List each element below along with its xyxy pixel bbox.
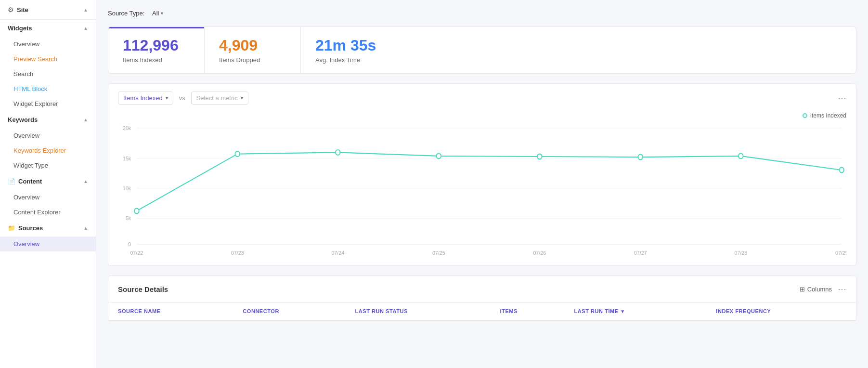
site-chevron-icon: ▲ — [83, 7, 88, 13]
svg-text:07/29: 07/29 — [835, 250, 846, 256]
svg-point-10 — [134, 209, 139, 214]
columns-label: Columns — [807, 286, 832, 293]
sources-chevron-icon: ▲ — [83, 225, 88, 231]
stat-avg-index-time[interactable]: 21m 35s Avg. Index Time — [301, 27, 397, 73]
dropdown-arrow-icon: ▾ — [161, 11, 163, 16]
sidebar-item-keywords-explorer[interactable]: Keywords Explorer — [0, 143, 96, 158]
sidebar-item-content-explorer[interactable]: Content Explorer — [0, 205, 96, 220]
svg-text:0: 0 — [128, 241, 131, 248]
svg-text:07/27: 07/27 — [634, 250, 647, 256]
source-details-title: Source Details — [118, 285, 168, 293]
svg-point-14 — [537, 154, 542, 159]
chart-section: Items Indexed ▾ vs Select a metric ▾ ⋯ I… — [108, 83, 856, 266]
col-items[interactable]: ITEMS — [491, 302, 565, 320]
metric2-dropdown[interactable]: Select a metric ▾ — [191, 92, 248, 105]
content-icon: 📄 — [8, 178, 15, 185]
col-index-frequency[interactable]: INDEX FREQUENCY — [706, 302, 856, 320]
chart-svg: 20k 15k 10k 5k 0 — [118, 123, 846, 258]
widgets-chevron-icon: ▲ — [83, 26, 88, 31]
stat-items-indexed[interactable]: 112,996 Items Indexed — [108, 27, 205, 73]
stats-row: 112,996 Items Indexed 4,909 Items Droppe… — [108, 26, 856, 74]
sidebar-section-keywords[interactable]: Keywords ▲ — [0, 111, 96, 128]
stat-label-dropped: Items Dropped — [219, 56, 286, 64]
stat-items-dropped[interactable]: 4,909 Items Dropped — [205, 27, 301, 73]
filter-label: Source Type: — [108, 10, 146, 17]
source-details: Source Details ⊞ Columns ⋯ SOURCE NAME C… — [108, 276, 856, 321]
content-section-label: Content — [18, 178, 42, 185]
source-details-header: Source Details ⊞ Columns ⋯ — [108, 276, 856, 302]
svg-text:5k: 5k — [126, 215, 131, 222]
sidebar-item-widget-explorer[interactable]: Widget Explorer — [0, 96, 96, 111]
sidebar-section-widgets[interactable]: Widgets ▲ — [0, 20, 96, 37]
svg-point-15 — [638, 155, 643, 160]
sidebar-item-overview-keywords[interactable]: Overview — [0, 128, 96, 143]
svg-point-17 — [839, 168, 844, 173]
sort-arrow-icon: ▼ — [620, 309, 625, 314]
svg-text:15k: 15k — [123, 155, 131, 161]
sidebar-item-sources-overview[interactable]: Overview — [0, 237, 96, 251]
svg-point-11 — [235, 151, 240, 157]
keywords-chevron-icon: ▲ — [83, 117, 88, 122]
chart-area: 20k 15k 10k 5k 0 — [118, 123, 846, 258]
sidebar-item-overview-widgets[interactable]: Overview — [0, 37, 96, 52]
sidebar-item-search[interactable]: Search — [0, 66, 96, 81]
svg-text:07/26: 07/26 — [533, 250, 546, 256]
svg-point-13 — [436, 154, 441, 159]
svg-text:07/28: 07/28 — [734, 250, 747, 256]
chart-more-icon[interactable]: ⋯ — [838, 93, 846, 104]
svg-point-12 — [336, 150, 340, 155]
chart-legend: Items Indexed — [803, 112, 846, 119]
stat-value-avg-time: 21m 35s — [315, 37, 383, 54]
source-type-filter: Source Type: All ▾ — [108, 8, 856, 19]
sidebar: ⚙ Site ▲ Widgets ▲ Overview Preview Sear… — [0, 0, 96, 368]
chart-controls: Items Indexed ▾ vs Select a metric ▾ ⋯ — [118, 92, 846, 105]
sidebar-item-preview-search[interactable]: Preview Search — [0, 52, 96, 66]
source-details-more-icon[interactable]: ⋯ — [838, 284, 846, 294]
col-last-run-time[interactable]: LAST RUN TIME ▼ — [565, 302, 707, 320]
site-label: Site — [17, 6, 28, 13]
sidebar-site-section[interactable]: ⚙ Site ▲ — [0, 0, 96, 20]
metric2-arrow-icon: ▾ — [241, 95, 243, 101]
vs-label: vs — [179, 94, 185, 102]
metric1-label: Items Indexed — [123, 94, 163, 102]
metric2-label: Select a metric — [196, 94, 238, 102]
sources-icon: 📁 — [8, 224, 15, 232]
table-actions: ⊞ Columns ⋯ — [800, 284, 846, 294]
metric1-arrow-icon: ▾ — [166, 95, 168, 101]
stat-label-avg-time: Avg. Index Time — [315, 56, 383, 64]
sidebar-section-sources[interactable]: 📁 Sources ▲ — [0, 220, 96, 237]
col-source-name[interactable]: SOURCE NAME — [108, 302, 233, 320]
svg-text:07/25: 07/25 — [432, 250, 445, 256]
sources-section-label: Sources — [18, 224, 43, 232]
widgets-section-label: Widgets — [8, 25, 32, 32]
svg-text:20k: 20k — [123, 125, 131, 131]
stat-value-indexed: 112,996 — [123, 37, 190, 54]
svg-point-16 — [738, 154, 743, 159]
table-header-row: SOURCE NAME CONNECTOR LAST RUN STATUS IT… — [108, 302, 856, 320]
legend-label: Items Indexed — [810, 112, 846, 119]
metric1-dropdown[interactable]: Items Indexed ▾ — [118, 92, 173, 105]
content-chevron-icon: ▲ — [83, 179, 88, 184]
svg-text:07/23: 07/23 — [231, 250, 244, 256]
site-icon: ⚙ — [8, 6, 14, 13]
sidebar-item-overview-content[interactable]: Overview — [0, 190, 96, 205]
col-last-run-status[interactable]: LAST RUN STATUS — [346, 302, 491, 320]
stat-label-indexed: Items Indexed — [123, 56, 190, 64]
sidebar-item-widget-type[interactable]: Widget Type — [0, 158, 96, 173]
sidebar-section-content[interactable]: 📄 Content ▲ — [0, 173, 96, 190]
filter-value: All — [152, 10, 159, 17]
svg-text:07/22: 07/22 — [130, 250, 143, 256]
col-connector[interactable]: CONNECTOR — [233, 302, 345, 320]
keywords-section-label: Keywords — [8, 116, 38, 123]
sidebar-item-html-block[interactable]: HTML Block — [0, 81, 96, 96]
source-table: SOURCE NAME CONNECTOR LAST RUN STATUS IT… — [108, 302, 856, 321]
svg-text:07/24: 07/24 — [331, 250, 344, 256]
legend-dot-icon — [803, 113, 807, 118]
columns-button[interactable]: ⊞ Columns — [800, 286, 832, 293]
columns-grid-icon: ⊞ — [800, 286, 805, 293]
source-type-dropdown[interactable]: All ▾ — [148, 8, 167, 19]
stat-value-dropped: 4,909 — [219, 37, 286, 54]
svg-text:10k: 10k — [123, 185, 131, 191]
main-content: Source Type: All ▾ 112,996 Items Indexed… — [96, 0, 868, 368]
